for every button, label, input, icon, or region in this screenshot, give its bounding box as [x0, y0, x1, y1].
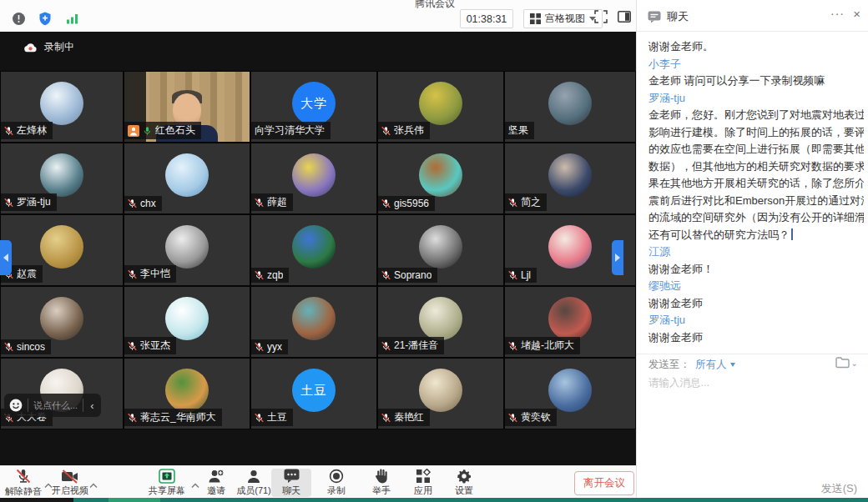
- participant-tile[interactable]: 21-潘佳音: [378, 287, 503, 357]
- avatar: [419, 82, 462, 125]
- chevron-left-icon: [3, 254, 8, 262]
- send-button[interactable]: 发送(S): [821, 481, 857, 496]
- mic-muted-icon: [508, 198, 517, 208]
- toolbar-label: 应用: [414, 484, 432, 497]
- chat-sender-name: 罗涵-tju: [648, 90, 864, 108]
- participant-tile[interactable]: 秦艳红: [378, 359, 503, 429]
- participant-tile[interactable]: 张兵伟: [378, 72, 503, 142]
- participant-tile[interactable]: chx: [124, 143, 250, 213]
- emoji-smiley-icon[interactable]: [9, 399, 23, 412]
- text-cursor: [791, 228, 793, 240]
- participant-name-tag: 21-潘佳音: [378, 337, 444, 354]
- participant-tile[interactable]: 黄奕钦: [505, 359, 635, 429]
- participant-name-tag: 坚果: [505, 122, 534, 139]
- share-screen-icon: [159, 469, 175, 484]
- participant-tile[interactable]: 赵震: [1, 215, 123, 285]
- chat-panel: 聊天 ··· × 谢谢金老师。小李子金老师 请问可以分享一下录制视频嘛罗涵-tj…: [636, 0, 868, 502]
- side-panel-toggle-button[interactable]: [618, 11, 631, 26]
- chat-sender-name: 缪驰远: [648, 278, 864, 295]
- participant-tile[interactable]: yyx: [251, 287, 376, 357]
- chat-message-text: 谢谢金老师。: [648, 38, 864, 56]
- avatar: [292, 225, 336, 269]
- chevron-down-mini: ⌄: [851, 359, 858, 368]
- participant-name-tag: 秦艳红: [378, 409, 430, 426]
- participant-name: 21-潘佳音: [394, 339, 438, 353]
- toolbar-mic-muted-tool-button[interactable]: 解除静音: [2, 469, 45, 497]
- participant-tile[interactable]: zqb: [251, 215, 376, 285]
- chat-icon: [284, 469, 300, 484]
- toolbar-members-button[interactable]: 成员(71): [234, 469, 274, 497]
- send-to-label: 发送至：: [648, 358, 690, 372]
- send-file-button[interactable]: ⌄: [835, 357, 858, 369]
- participant-tile[interactable]: Soprano: [378, 215, 503, 285]
- toolbar-label: 共享屏幕: [149, 484, 185, 497]
- toolbar-camera-muted-button[interactable]: 开启视频: [47, 469, 93, 497]
- avatar: [548, 225, 592, 269]
- divider: [637, 354, 868, 354]
- participant-tile[interactable]: 蒋志云_华南师大: [124, 359, 250, 429]
- meeting-status-icons: [8, 9, 88, 28]
- participant-name: 坚果: [508, 123, 528, 138]
- mic-muted-icon: [128, 198, 137, 208]
- participant-tile[interactable]: 红色石头: [124, 72, 250, 142]
- toolbar-invite-button[interactable]: 邀请: [200, 469, 232, 497]
- reaction-quick-bar[interactable]: 说点什么... ‹: [4, 394, 101, 417]
- chat-input[interactable]: 请输入消息...: [648, 376, 709, 390]
- toolbar-raise-hand-button[interactable]: 举手: [362, 469, 401, 497]
- participant-tile[interactable]: 左烽林: [1, 72, 123, 142]
- participant-tile[interactable]: 土豆土豆: [251, 359, 376, 429]
- participant-tile[interactable]: 薛超: [251, 143, 376, 213]
- participant-name-tag: 左烽林: [1, 122, 53, 139]
- participant-name: gis5956: [394, 198, 429, 209]
- participant-tile[interactable]: 大学向学习清华大学: [251, 72, 376, 142]
- raise-hand-icon: [375, 469, 388, 484]
- members-icon: [246, 469, 261, 484]
- view-mode-selector[interactable]: 宫格视图: [523, 9, 603, 28]
- mic-muted-icon: [381, 413, 391, 423]
- participant-tile[interactable]: 罗涵-tju: [1, 143, 123, 213]
- participant-tile[interactable]: 简之: [505, 143, 635, 213]
- chat-message-line: 数据），但其他地方的相关研究对数据的要求比较高。如: [648, 158, 864, 176]
- avatar: [40, 153, 83, 197]
- participant-tile[interactable]: 李中恺: [124, 215, 250, 285]
- collapse-chevron-icon[interactable]: ‹: [88, 399, 95, 412]
- reaction-placeholder[interactable]: 说点什么...: [33, 399, 78, 412]
- security-shield-icon[interactable]: [35, 9, 55, 28]
- toolbar-chat-button[interactable]: 聊天: [271, 469, 311, 497]
- next-page-arrow[interactable]: [612, 240, 623, 275]
- chat-close-button[interactable]: ×: [853, 7, 860, 21]
- toolbar-record-button[interactable]: 录制: [317, 469, 356, 497]
- participant-name-tag: yyx: [251, 339, 288, 354]
- fullscreen-button[interactable]: [594, 10, 608, 27]
- participant-tile[interactable]: 坚果: [505, 72, 635, 142]
- mic-muted-icon: [381, 341, 391, 351]
- avatar: [40, 225, 83, 269]
- chat-message-text: 谢谢金老师: [648, 295, 864, 313]
- toolbar-settings-button[interactable]: 设置: [445, 469, 483, 497]
- divider: [28, 399, 28, 412]
- avatar: [419, 369, 462, 412]
- avatar: [548, 153, 592, 197]
- avatar: [165, 225, 209, 269]
- participant-name-tag: 黄奕钦: [505, 409, 557, 426]
- recording-indicator: 录制中: [23, 40, 74, 54]
- participant-tile[interactable]: gis5956: [378, 143, 503, 213]
- participant-tile[interactable]: sincos: [1, 287, 123, 357]
- network-signal-icon[interactable]: [62, 9, 82, 28]
- leave-meeting-button[interactable]: 离开会议: [574, 471, 634, 495]
- chat-more-button[interactable]: ···: [830, 7, 845, 20]
- toolbar-apps-button[interactable]: 应用: [404, 469, 442, 497]
- participant-tile[interactable]: 张亚杰: [124, 287, 250, 357]
- toolbar-share-screen-button[interactable]: 共享屏幕: [144, 469, 190, 497]
- chat-message-line: 的流域的空间研究外（因为没有公开的详细滑坡数据），: [648, 209, 864, 227]
- participant-tile[interactable]: 堵越-北师大: [505, 287, 635, 357]
- participant-grid: 左烽林红色石头大学向学习清华大学张兵伟坚果罗涵-tjuchx薛超gis5956简…: [0, 71, 636, 429]
- chat-message-line: 的效应也需要在空间上进行拓展（即需要其他地方的相: [648, 141, 864, 158]
- mic-muted-icon: [381, 270, 391, 280]
- send-to-selector[interactable]: 所有人: [695, 358, 735, 372]
- toolbar-label: 开启视频: [52, 484, 88, 497]
- info-icon[interactable]: [8, 9, 28, 28]
- previous-page-arrow[interactable]: [0, 240, 12, 275]
- chevron-up-icon[interactable]: [89, 477, 99, 485]
- meeting-timer: 01:38:31: [460, 9, 513, 28]
